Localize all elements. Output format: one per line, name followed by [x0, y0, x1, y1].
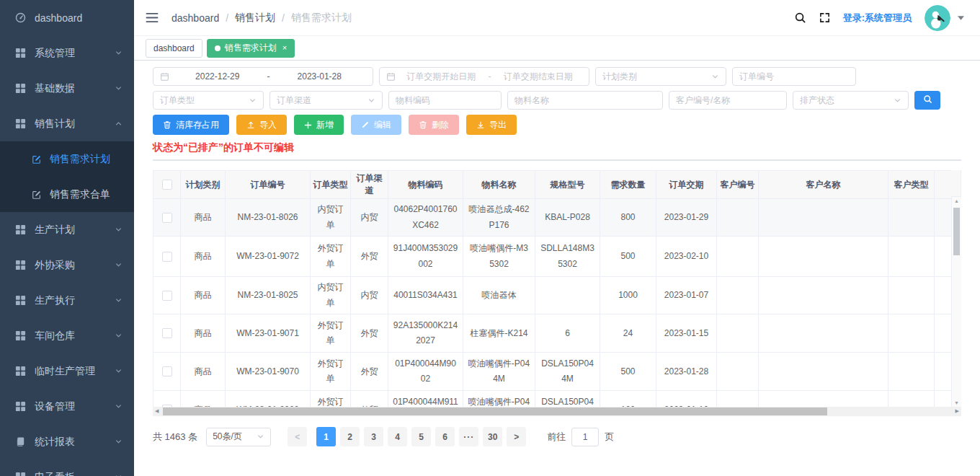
- sidebar-item-7[interactable]: 车间仓库: [0, 318, 134, 353]
- row-checkbox[interactable]: [162, 213, 172, 223]
- scroll-up-icon[interactable]: ▲: [952, 198, 961, 203]
- cell-gutter: [935, 353, 952, 391]
- chevron-down-icon[interactable]: [958, 16, 964, 20]
- filter-row1-daterange-1[interactable]: 订单交期开始日期-订单交期结束日期: [379, 67, 589, 86]
- pagination-ellipsis[interactable]: ···: [459, 427, 478, 446]
- cell-custName: [759, 199, 888, 237]
- sidebar-item-10[interactable]: 统计报表: [0, 424, 134, 459]
- filter-search-button[interactable]: [914, 91, 940, 110]
- scroll-down-icon[interactable]: ▼: [952, 400, 961, 405]
- goto-page: 前往页: [547, 428, 614, 446]
- toolbar-button-0[interactable]: 清库存占用: [153, 115, 229, 135]
- sidebar-item-1[interactable]: 系统管理: [0, 35, 134, 71]
- cell-matName: 喷油嘴偶件-P044M: [463, 391, 535, 407]
- next-page-button[interactable]: >: [507, 427, 526, 446]
- filter-row2-select-1[interactable]: 订单渠道: [270, 91, 383, 110]
- sidebar-toggle-icon[interactable]: [146, 12, 159, 23]
- cell-check: [153, 353, 181, 391]
- table-header-custName: 客户名称: [759, 171, 888, 199]
- sidebar-item-4[interactable]: 生产计划: [0, 212, 134, 247]
- cell-dueDate: 2023-01-28: [656, 353, 717, 391]
- cell-check: [153, 199, 181, 237]
- input-placeholder: 物料编码: [396, 94, 494, 107]
- horizontal-scroll-thumb[interactable]: [163, 407, 827, 415]
- row-checkbox[interactable]: [162, 328, 172, 338]
- filter-row2-select-5[interactable]: 排产状态: [793, 91, 909, 110]
- button-label: 导入: [259, 119, 277, 131]
- page-button-4[interactable]: 4: [388, 427, 407, 446]
- cell-dueDate: 2023-01-29: [656, 199, 717, 237]
- goto-page-input[interactable]: [571, 428, 599, 446]
- row-checkbox[interactable]: [162, 252, 172, 262]
- cell-matCode: 92A135000K2142027: [388, 314, 463, 353]
- header-actions: 登录:系统管理员: [794, 5, 964, 31]
- filter-row1-input-3[interactable]: 订单编号: [732, 67, 856, 86]
- tab-0[interactable]: dashboard: [146, 39, 202, 58]
- page-button-1[interactable]: 1: [316, 427, 336, 446]
- chevron-down-icon: [368, 97, 375, 105]
- horizontal-scrollbar[interactable]: ◀ ▶: [153, 407, 961, 416]
- grid-icon: [14, 83, 26, 94]
- table-header-custNo: 客户编号: [717, 171, 759, 199]
- sidebar-item-8[interactable]: 临时生产管理: [0, 353, 134, 389]
- page-size-select[interactable]: 50条/页: [206, 428, 271, 446]
- login-user-label[interactable]: 登录:系统管理员: [843, 12, 912, 25]
- vertical-scrollbar[interactable]: ▲ ▼: [951, 197, 961, 407]
- cell-planType: 商品: [181, 391, 226, 407]
- row-checkbox[interactable]: [162, 366, 172, 376]
- table-header-gutter: [951, 170, 961, 197]
- toolbar-button-2[interactable]: 新增: [294, 115, 344, 135]
- page-button-3[interactable]: 3: [364, 427, 383, 446]
- page-button-30[interactable]: 30: [483, 427, 502, 446]
- chevron-down-icon: [115, 402, 122, 410]
- filter-row2-input-3[interactable]: 物料名称: [507, 91, 663, 110]
- breadcrumb-item-0[interactable]: dashboard: [172, 12, 219, 24]
- dashboard-icon: [14, 12, 26, 24]
- page-size-value: 50条/页: [213, 431, 257, 443]
- vertical-scroll-thumb[interactable]: [953, 208, 960, 255]
- scroll-right-icon[interactable]: ▶: [956, 408, 959, 414]
- sidebar-item-2[interactable]: 基础数据: [0, 71, 134, 106]
- sidebar-subitem-3-1[interactable]: 销售需求合单: [0, 177, 134, 212]
- page-button-2[interactable]: 2: [340, 427, 360, 446]
- cell-gutter: [935, 277, 952, 314]
- sidebar-subitem-3-0[interactable]: 销售需求计划: [0, 141, 134, 177]
- filter-row2-input-4[interactable]: 客户编号/名称: [669, 91, 787, 110]
- sidebar-item-0[interactable]: dashboard: [0, 0, 134, 35]
- filter-row1-select-2[interactable]: 计划类别: [595, 67, 726, 86]
- select-all-checkbox[interactable]: [162, 180, 172, 190]
- cell-orderType: 内贸订单: [311, 277, 351, 314]
- tab-close-icon[interactable]: ×: [282, 44, 287, 52]
- sidebar-item-5[interactable]: 外协采购: [0, 247, 134, 283]
- cell-dueDate: 2023-02-10: [656, 237, 717, 277]
- date-start: 2022-12-29: [171, 71, 264, 81]
- cell-spec: KBAL-P028: [535, 199, 600, 237]
- toolbar-button-3: 编辑: [351, 115, 401, 135]
- prev-page-button[interactable]: <: [288, 427, 307, 446]
- row-checkbox[interactable]: [162, 291, 172, 301]
- cell-custName: [759, 277, 888, 314]
- filter-row1-daterange-0[interactable]: 2022-12-29-2023-01-28: [153, 67, 373, 86]
- fullscreen-icon[interactable]: [819, 12, 830, 23]
- filter-row2-input-2[interactable]: 物料编码: [388, 91, 502, 110]
- button-label: 删除: [432, 119, 449, 131]
- cell-planType: 商品: [181, 277, 226, 314]
- filter-row2-select-0[interactable]: 订单类型: [153, 91, 264, 110]
- scroll-left-icon[interactable]: ◀: [155, 408, 159, 414]
- avatar[interactable]: [925, 5, 950, 31]
- tab-1[interactable]: 销售需求计划×: [207, 39, 295, 58]
- cell-qty: 1000: [600, 277, 656, 314]
- toolbar-button-5[interactable]: 导出: [466, 115, 517, 135]
- page-content: 2022-12-29-2023-01-28订单交期开始日期-订单交期结束日期计划…: [134, 61, 980, 476]
- sidebar-item-11[interactable]: 电子看板: [0, 459, 134, 476]
- cell-qty: 120: [600, 391, 656, 407]
- breadcrumb-item-1[interactable]: 销售计划: [235, 12, 275, 25]
- sidebar-item-3[interactable]: 销售计划: [0, 106, 134, 141]
- page-button-6[interactable]: 6: [435, 427, 455, 446]
- page-button-5[interactable]: 5: [411, 427, 431, 446]
- chevron-down-icon: [115, 473, 122, 476]
- search-icon[interactable]: [794, 12, 806, 24]
- toolbar-button-1[interactable]: 导入: [236, 115, 287, 135]
- sidebar-item-9[interactable]: 设备管理: [0, 389, 134, 424]
- sidebar-item-6[interactable]: 生产执行: [0, 283, 134, 318]
